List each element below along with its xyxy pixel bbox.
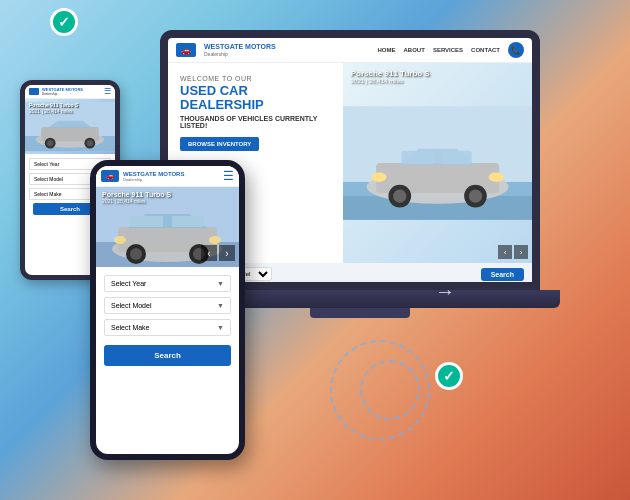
nav-links: HOME ABOUT SERVICES CONTACT 📞 bbox=[378, 42, 524, 58]
svg-point-12 bbox=[488, 172, 503, 181]
slide-arrow-right: → bbox=[435, 280, 455, 303]
phone-center-year-select[interactable]: Select Year ▼ bbox=[104, 275, 231, 292]
phone-center-body: 🚗 WESTGATE MOTORS Dealership ☰ bbox=[90, 160, 245, 460]
year-select-arrow: ▼ bbox=[217, 280, 224, 287]
svg-point-13 bbox=[371, 172, 386, 181]
nav-home[interactable]: HOME bbox=[378, 47, 396, 53]
phone-left-car-name: Porsche 911 Turbo S 2021 | 28,414 miles bbox=[29, 102, 78, 114]
site-nav: 🚗 WESTGATE MOTORS Dealership HOME ABOUT … bbox=[168, 38, 532, 63]
svg-point-11 bbox=[469, 189, 482, 202]
phone-center-car-name: Porsche 911 Turbo S 2021 | 28,414 miles bbox=[102, 191, 171, 204]
phone-prev-arrow[interactable]: ‹ bbox=[201, 245, 217, 261]
phone-left-brand-sub: Dealership bbox=[42, 92, 83, 96]
phone-center-car-image: Porsche 911 Turbo S 2021 | 28,414 miles … bbox=[96, 187, 239, 267]
model-select-arrow: ▼ bbox=[217, 302, 224, 309]
logo-text-block: WESTGATE MOTORS Dealership bbox=[204, 43, 276, 57]
phone-center-search-button[interactable]: Search bbox=[104, 345, 231, 366]
hero-arrows: ‹ › bbox=[498, 245, 528, 259]
hero-right: Porsche 911 Turbo S 2021 | 28,414 miles bbox=[343, 63, 532, 263]
phone-center-brand-block: WESTGATE MOTORS Dealership bbox=[123, 171, 184, 182]
svg-rect-28 bbox=[130, 216, 163, 227]
phone-left-hamburger[interactable]: ☰ bbox=[104, 87, 111, 96]
prev-arrow[interactable]: ‹ bbox=[498, 245, 512, 259]
hero-car-image: Porsche 911 Turbo S 2021 | 28,414 miles bbox=[343, 63, 532, 263]
search-button-laptop[interactable]: Search bbox=[481, 268, 524, 281]
hero-welcome: WELCOME TO OUR bbox=[180, 75, 331, 82]
svg-point-31 bbox=[130, 248, 142, 260]
phone-left-logo-icon bbox=[29, 88, 39, 95]
phone-center-nav: 🚗 WESTGATE MOTORS Dealership ☰ bbox=[96, 166, 239, 187]
phone-center-hamburger[interactable]: ☰ bbox=[223, 169, 234, 183]
phone-center-device: 🚗 WESTGATE MOTORS Dealership ☰ bbox=[90, 160, 245, 460]
phone-next-arrow[interactable]: › bbox=[219, 245, 235, 261]
svg-rect-29 bbox=[172, 216, 204, 227]
phone-left-brand: WESTGATE MOTORS Dealership bbox=[42, 87, 83, 96]
check-badge-bottomright: ✓ bbox=[435, 362, 463, 390]
svg-point-20 bbox=[47, 140, 53, 146]
svg-point-34 bbox=[209, 236, 221, 244]
next-arrow[interactable]: › bbox=[514, 245, 528, 259]
nav-services[interactable]: SERVICES bbox=[433, 47, 463, 53]
hero-car-details: 2021 | 28,414 miles bbox=[351, 78, 430, 84]
hero-car-name: Porsche 911 Turbo S 2021 | 28,414 miles bbox=[351, 69, 430, 84]
phone-center-car-hero: Porsche 911 Turbo S 2021 | 28,414 miles … bbox=[96, 187, 239, 267]
svg-point-22 bbox=[87, 140, 93, 146]
hero-title: USED CAR DEALERSHIP bbox=[180, 84, 331, 113]
hero-subtitle: THOUSANDS OF VEHICLES CURRENTLY LISTED! bbox=[180, 115, 331, 129]
phone-center-model-select[interactable]: Select Model ▼ bbox=[104, 297, 231, 314]
nav-contact[interactable]: CONTACT bbox=[471, 47, 500, 53]
deco-circle-2 bbox=[360, 360, 420, 420]
phone-left-nav: WESTGATE MOTORS Dealership ☰ bbox=[25, 85, 115, 99]
phone-center-car-details: 2021 | 28,414 miles bbox=[102, 198, 171, 204]
brand-sub: Dealership bbox=[204, 51, 276, 57]
car-svg bbox=[343, 63, 532, 263]
phone-center-brand-sub: Dealership bbox=[123, 177, 184, 182]
nav-about[interactable]: ABOUT bbox=[404, 47, 425, 53]
check-badge-topleft: ✓ bbox=[50, 8, 78, 36]
phone-left-car-image: Porsche 911 Turbo S 2021 | 28,414 miles bbox=[25, 99, 115, 154]
logo-icon: 🚗 bbox=[176, 43, 196, 57]
brand-name: WESTGATE MOTORS bbox=[204, 43, 276, 51]
svg-point-9 bbox=[393, 189, 406, 202]
phone-left-car-details: 2021 | 28,414 miles bbox=[29, 108, 78, 114]
phone-center-brand-name: WESTGATE MOTORS bbox=[123, 171, 184, 177]
svg-rect-7 bbox=[440, 151, 471, 164]
phone-center-logo-icon: 🚗 bbox=[101, 170, 119, 182]
laptop-stand bbox=[310, 308, 410, 318]
phone-center-search: Select Year ▼ Select Model ▼ Select Make… bbox=[96, 267, 239, 374]
phone-button[interactable]: 📞 bbox=[508, 42, 524, 58]
svg-point-35 bbox=[114, 236, 126, 244]
svg-rect-6 bbox=[401, 151, 434, 164]
browse-inventory-button[interactable]: BROWSE INVENTORY bbox=[180, 137, 259, 151]
phone-center-make-select[interactable]: Select Make ▼ bbox=[104, 319, 231, 336]
make-select-arrow: ▼ bbox=[217, 324, 224, 331]
phone-slider-arrows: ‹ › bbox=[201, 245, 235, 261]
